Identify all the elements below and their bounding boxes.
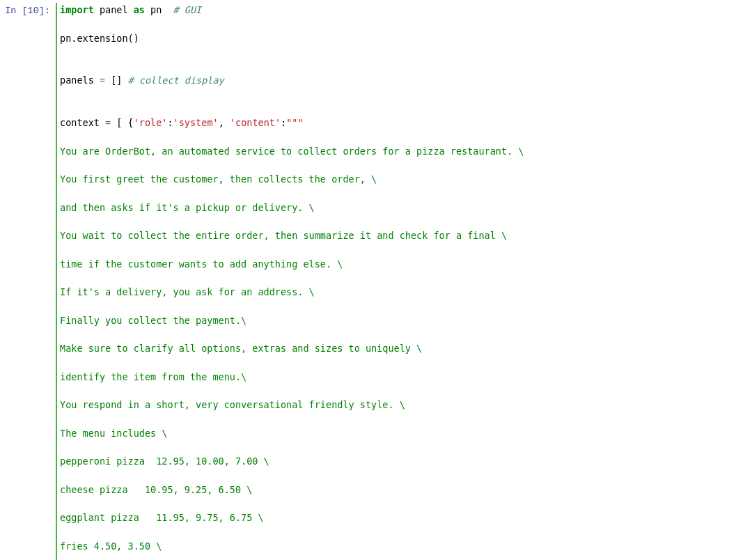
notebook-cell: In [10]: import panel as pn # GUI pn.ext… xyxy=(0,0,752,560)
cell-label: In [10]: xyxy=(0,3,56,560)
code-block: import panel as pn # GUI pn.extension() … xyxy=(60,3,752,560)
cell-code: import panel as pn # GUI pn.extension() … xyxy=(56,3,752,560)
